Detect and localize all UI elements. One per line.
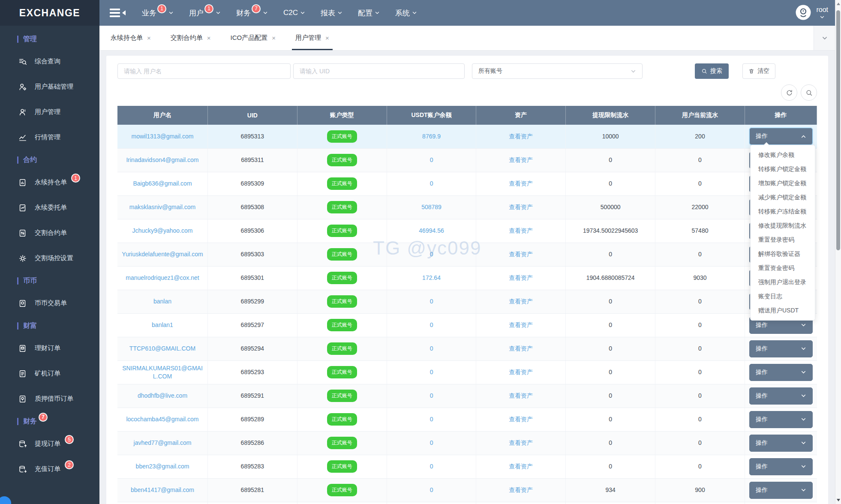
view-assets-link[interactable]: 查看资产 bbox=[509, 227, 533, 234]
action-button[interactable]: 操作 bbox=[749, 482, 813, 499]
sidebar-entry[interactable]: 质押借币订单 bbox=[0, 386, 99, 411]
usdt-balance-link[interactable]: 8769.9 bbox=[422, 133, 441, 140]
user-menu[interactable]: root bbox=[816, 6, 828, 20]
nav-menu-item[interactable]: 报表 bbox=[321, 8, 342, 18]
usdt-balance-link[interactable]: 508789 bbox=[421, 204, 442, 210]
sidebar-entry[interactable]: 充值订单 2 bbox=[0, 456, 99, 482]
nav-menu-item[interactable]: 财务 7 bbox=[236, 8, 268, 18]
page-tab[interactable]: 用户管理 × bbox=[290, 26, 334, 50]
view-assets-link[interactable]: 查看资产 bbox=[509, 463, 533, 470]
collapse-sidebar-icon[interactable] bbox=[110, 9, 126, 17]
close-icon[interactable]: × bbox=[207, 34, 211, 42]
usdt-balance-link[interactable]: 46994.56 bbox=[419, 227, 444, 234]
sidebar-entry[interactable]: 提现订单 5 bbox=[0, 431, 99, 456]
username-link[interactable]: javhed77@gmail.com bbox=[134, 439, 192, 446]
action-menu-item[interactable]: 增加账户锁定金额 bbox=[751, 176, 815, 190]
usdt-balance-link[interactable]: 0 bbox=[430, 416, 433, 423]
action-button[interactable]: 操作 bbox=[749, 411, 813, 428]
action-button[interactable]: 操作 bbox=[749, 128, 813, 145]
action-menu-item[interactable]: 减少账户锁定金额 bbox=[751, 190, 815, 204]
sidebar-entry[interactable]: 交割合约单 bbox=[0, 220, 99, 246]
nav-menu-item[interactable]: 用户 1 bbox=[189, 8, 221, 18]
view-assets-link[interactable]: 查看资产 bbox=[509, 416, 533, 423]
username-link[interactable]: Jchucky9@yahoo.com bbox=[132, 227, 192, 234]
action-menu-item[interactable]: 账变日志 bbox=[751, 289, 815, 303]
view-assets-link[interactable]: 查看资产 bbox=[509, 251, 533, 258]
nav-menu-item[interactable]: 系统 bbox=[395, 8, 417, 18]
usdt-balance-link[interactable]: 0 bbox=[430, 298, 433, 305]
close-icon[interactable]: × bbox=[147, 34, 151, 42]
usdt-balance-link[interactable]: 172.64 bbox=[422, 274, 441, 281]
action-button[interactable]: 操作 bbox=[749, 387, 813, 405]
view-assets-link[interactable]: 查看资产 bbox=[509, 369, 533, 375]
action-button[interactable]: 操作 bbox=[749, 340, 813, 357]
sidebar-entry[interactable]: 用户基础管理 bbox=[0, 74, 99, 99]
sidebar-entry[interactable]: 永续持仓单 1 bbox=[0, 170, 99, 195]
view-assets-link[interactable]: 查看资产 bbox=[509, 392, 533, 399]
scroll-up-arrow-icon[interactable] bbox=[837, 3, 840, 5]
view-assets-link[interactable]: 查看资产 bbox=[509, 156, 533, 163]
view-assets-link[interactable]: 查看资产 bbox=[509, 180, 533, 187]
view-assets-link[interactable]: 查看资产 bbox=[509, 133, 533, 140]
usdt-balance-link[interactable]: 0 bbox=[430, 251, 433, 258]
action-button[interactable]: 操作 bbox=[749, 458, 813, 475]
action-menu-item[interactable]: 转移账户冻结金额 bbox=[751, 204, 815, 219]
view-assets-link[interactable]: 查看资产 bbox=[509, 204, 533, 210]
scrollbar-thumb[interactable] bbox=[836, 10, 840, 250]
view-assets-link[interactable]: 查看资产 bbox=[509, 345, 533, 352]
usdt-balance-link[interactable]: 0 bbox=[430, 321, 433, 328]
refresh-button[interactable] bbox=[781, 84, 797, 101]
scroll-down-arrow-icon[interactable] bbox=[837, 499, 840, 501]
username-link[interactable]: TTCP610@GMAIL.COM bbox=[129, 345, 195, 352]
username-link[interactable]: banlan1 bbox=[152, 321, 173, 328]
page-tab[interactable]: ICO产品配置 × bbox=[225, 26, 281, 50]
username-link[interactable]: SNIRMALKUMARS01@GMAIL.COM bbox=[122, 365, 203, 380]
action-menu-item[interactable]: 重置登录密码 bbox=[751, 233, 815, 247]
sidebar-entry[interactable]: 理财订单 bbox=[0, 336, 99, 361]
nav-menu-item[interactable]: 业务 1 bbox=[142, 8, 174, 18]
sidebar-entry[interactable]: 合约 bbox=[0, 150, 99, 170]
view-assets-link[interactable]: 查看资产 bbox=[509, 321, 533, 328]
username-link[interactable]: Baigb636@gmail.com bbox=[133, 180, 192, 187]
sidebar-entry[interactable]: 币币交易单 bbox=[0, 291, 99, 316]
view-assets-link[interactable]: 查看资产 bbox=[509, 298, 533, 305]
clear-button[interactable]: 清空 bbox=[742, 63, 775, 79]
username-link[interactable]: Irinadavidson4@gmail.com bbox=[126, 156, 198, 163]
username-input[interactable] bbox=[117, 63, 291, 79]
usdt-balance-link[interactable]: 0 bbox=[430, 369, 433, 375]
usdt-balance-link[interactable]: 0 bbox=[430, 439, 433, 446]
username-link[interactable]: mowil1313@gmail.com bbox=[132, 133, 194, 140]
nav-menu-item[interactable]: 配置 bbox=[358, 8, 380, 18]
username-link[interactable]: maksklasniv@gmail.com bbox=[129, 204, 195, 210]
action-menu-item[interactable]: 修改账户余额 bbox=[751, 148, 815, 162]
search-button[interactable]: 搜索 bbox=[695, 63, 729, 79]
action-menu-item[interactable]: 解绑谷歌验证器 bbox=[751, 247, 815, 261]
usdt-balance-link[interactable]: 0 bbox=[430, 180, 433, 187]
action-button[interactable]: 操作 bbox=[749, 364, 813, 381]
sidebar-entry[interactable]: 综合查询 bbox=[0, 49, 99, 74]
sidebar-entry[interactable]: 行情管理 bbox=[0, 125, 99, 150]
view-assets-link[interactable]: 查看资产 bbox=[509, 439, 533, 446]
view-assets-link[interactable]: 查看资产 bbox=[509, 274, 533, 281]
usdt-balance-link[interactable]: 0 bbox=[430, 486, 433, 493]
account-type-select[interactable]: 所有账号 bbox=[472, 63, 643, 79]
tab-overflow-button[interactable] bbox=[814, 26, 835, 50]
column-search-button[interactable] bbox=[801, 84, 817, 101]
sidebar-entry[interactable]: 币币 bbox=[0, 271, 99, 291]
username-link[interactable]: dhodhfb@live.com bbox=[138, 392, 187, 399]
avatar[interactable] bbox=[795, 4, 812, 21]
action-menu-item[interactable]: 重置资金密码 bbox=[751, 261, 815, 275]
action-menu-item[interactable]: 赠送用户USDT bbox=[751, 303, 815, 318]
usdt-balance-link[interactable]: 0 bbox=[430, 345, 433, 352]
sidebar-entry[interactable]: 管理 bbox=[0, 29, 99, 49]
sidebar-entry[interactable]: 交割场控设置 bbox=[0, 246, 99, 271]
close-icon[interactable]: × bbox=[272, 34, 276, 42]
username-link[interactable]: bben23@gmail.com bbox=[136, 463, 189, 470]
page-scrollbar[interactable] bbox=[835, 0, 841, 504]
username-link[interactable]: banlan bbox=[153, 298, 171, 305]
action-button[interactable]: 操作 bbox=[749, 435, 813, 452]
sidebar-entry[interactable]: 永续委托单 bbox=[0, 195, 99, 220]
username-link[interactable]: Yuriuskdelafuente@gmail.com bbox=[122, 251, 203, 258]
sidebar-entry[interactable]: 矿机订单 bbox=[0, 361, 99, 386]
username-link[interactable]: bben41417@gmail.com bbox=[131, 486, 194, 493]
